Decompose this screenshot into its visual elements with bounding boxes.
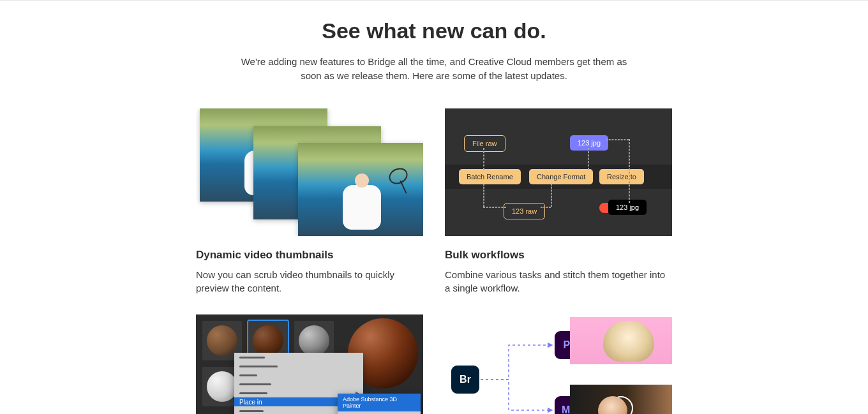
pill-file-raw: File raw xyxy=(464,135,505,152)
page-title: See what new can do. xyxy=(322,18,546,43)
feature-materials: Place in Adobe Substance 3D Painter Adob… xyxy=(196,314,423,414)
media-thumbnail xyxy=(570,385,672,414)
feature-app-connections: Br Pr Me xyxy=(445,314,672,414)
pill-123-raw: 123 raw xyxy=(504,203,545,219)
feature-body: Combine various tasks and stitch them to… xyxy=(445,268,672,296)
submenu-item-sampler[interactable]: Adobe Substance 3D Sampler xyxy=(338,411,421,414)
media-thumbnail xyxy=(570,317,672,364)
feature-title: Bulk workflows xyxy=(445,249,672,262)
context-submenu: Adobe Substance 3D Painter Adobe Substan… xyxy=(338,394,421,414)
feature-grid: Dynamic video thumbnails Now you can scr… xyxy=(196,108,672,415)
feature-illustration xyxy=(196,108,423,236)
app-chip-bridge: Br xyxy=(451,366,479,394)
feature-illustration: Place in Adobe Substance 3D Painter Adob… xyxy=(196,314,423,414)
feature-dynamic-video-thumbnails: Dynamic video thumbnails Now you can scr… xyxy=(196,108,423,296)
pill-resize-to: Resize to xyxy=(599,169,644,184)
feature-illustration: File raw 123 jpg Batch Rename Change For… xyxy=(445,108,672,236)
pill-change-format: Change Format xyxy=(529,169,593,184)
feature-body: Now you can scrub video thumbnails to qu… xyxy=(196,268,423,296)
pill-batch-rename: Batch Rename xyxy=(459,169,521,184)
feature-bulk-workflows: File raw 123 jpg Batch Rename Change For… xyxy=(445,108,672,296)
page-subheading: We're adding new features to Bridge all … xyxy=(230,55,638,83)
pill-123-jpg-top: 123 jpg xyxy=(570,135,608,151)
feature-title: Dynamic video thumbnails xyxy=(196,249,423,262)
submenu-item-painter[interactable]: Adobe Substance 3D Painter xyxy=(338,394,421,411)
page-root: See what new can do. We're adding new fe… xyxy=(0,1,868,414)
feature-illustration: Br Pr Me xyxy=(445,314,672,414)
pill-123-jpg-out: 123 jpg xyxy=(608,200,647,215)
